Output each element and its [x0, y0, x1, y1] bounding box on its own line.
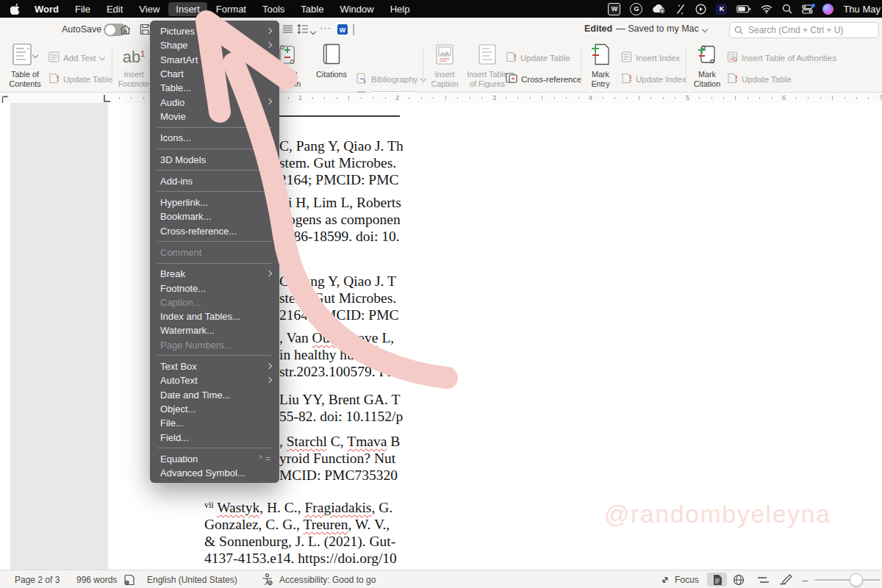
- menu-item-bookmark[interactable]: Bookmark...: [150, 209, 279, 223]
- control-center-icon[interactable]: [802, 4, 813, 14]
- ribbon-button-insert-index[interactable]: Insert Index: [621, 51, 680, 64]
- menu-separator: [157, 127, 272, 128]
- ribbon-button-table-of-contents[interactable]: Table of Contents: [4, 44, 46, 88]
- language-indicator[interactable]: English (United States): [147, 570, 237, 588]
- menu-item-equation[interactable]: Equation^ =: [150, 452, 279, 466]
- submenu-arrow-icon: [266, 98, 272, 104]
- menu-item-label: Caption...: [160, 297, 272, 308]
- menu-item-hyperlink[interactable]: Hyperlink...: [150, 196, 279, 209]
- search-field[interactable]: [729, 22, 879, 38]
- apple-menu-icon[interactable]: [9, 3, 26, 15]
- bluetooth-off-icon[interactable]: [675, 4, 686, 15]
- ruler-tick: [385, 97, 386, 100]
- svg-text:W: W: [340, 26, 346, 34]
- ribbon-button-bibliography[interactable]: Bibliography: [356, 73, 426, 85]
- insert-index-icon: [621, 51, 632, 64]
- menubar-item-format[interactable]: Format: [209, 2, 254, 16]
- search-input[interactable]: [747, 24, 874, 36]
- menu-item-break[interactable]: Break: [150, 267, 279, 281]
- menubar-item-insert[interactable]: Insert: [168, 2, 207, 16]
- menu-item-comment: Comment: [150, 245, 279, 259]
- menu-item-table[interactable]: Table...: [150, 81, 279, 95]
- ribbon-button-cross-reference[interactable]: Cross-reference: [506, 73, 581, 85]
- menu-item-3d-models[interactable]: 3D Models: [150, 152, 279, 166]
- wifi-icon[interactable]: [761, 4, 772, 13]
- menu-item-movie[interactable]: Movie: [150, 110, 279, 123]
- menubar-item-view[interactable]: View: [132, 2, 167, 16]
- battery-icon[interactable]: [736, 5, 751, 13]
- menubar-item-help[interactable]: Help: [383, 2, 417, 16]
- save-status[interactable]: Edited — Saved to my Mac: [584, 24, 707, 34]
- focus-button[interactable]: Focus: [675, 570, 699, 588]
- zoom-slider-knob[interactable]: [850, 573, 863, 587]
- ribbon-button-add-text[interactable]: Add Text: [49, 51, 104, 64]
- accessibility-icon[interactable]: [262, 570, 273, 588]
- ribbon-button-update-table-toa[interactable]: Update Table: [727, 73, 792, 85]
- menu-item-icons[interactable]: Icons...: [150, 131, 279, 145]
- menu-item-autotext[interactable]: AutoText: [150, 373, 279, 387]
- menubar-item-edit[interactable]: Edit: [99, 2, 130, 16]
- menu-item-file[interactable]: File...: [150, 416, 279, 430]
- more-commands-icon[interactable]: ···: [320, 22, 331, 33]
- siri-icon[interactable]: [822, 4, 833, 15]
- menu-item-advanced-symbol[interactable]: Advanced Symbol...: [150, 466, 279, 480]
- page-indicator[interactable]: Page 2 of 3: [15, 570, 60, 588]
- indent-marker[interactable]: [104, 95, 110, 102]
- menubar-item-table[interactable]: Table: [293, 2, 331, 16]
- spellcheck-icon[interactable]: [123, 570, 135, 588]
- outline-view-button[interactable]: [757, 570, 770, 588]
- ribbon-button-update-table-toc[interactable]: Update Table: [49, 73, 113, 85]
- keka-icon[interactable]: K: [716, 4, 727, 15]
- accessibility-status[interactable]: Accessibility: Good to go: [279, 570, 376, 588]
- word-count[interactable]: 996 words: [76, 570, 117, 588]
- ribbon-button-insert-caption[interactable]: Insert Caption: [426, 44, 463, 88]
- search-icon[interactable]: [782, 4, 792, 14]
- print-layout-view-button[interactable]: [707, 573, 727, 587]
- menu-item-audio[interactable]: Audio: [150, 95, 279, 109]
- ribbon-button-insert-table-of-authorities[interactable]: Insert Table of Authorities: [727, 51, 836, 64]
- zoom-slider-track[interactable]: [814, 579, 881, 581]
- ribbon-button-insert-table-of-figures[interactable]: Insert Table of Figures: [465, 44, 510, 88]
- menubar-item-tools[interactable]: Tools: [255, 2, 292, 16]
- ribbon-button-insert-footnote[interactable]: ab1 Insert Footnote: [115, 44, 152, 88]
- media-play-icon[interactable]: [695, 4, 706, 15]
- grammarly-icon[interactable]: G: [630, 3, 642, 15]
- draft-view-button[interactable]: [779, 570, 792, 588]
- doc-text-line: & Sonnenburg, J. L. (2021). Gut-: [204, 533, 397, 550]
- button-label: Update Table: [63, 75, 113, 84]
- menubar-item-file[interactable]: File: [68, 2, 98, 16]
- word-doc-icon[interactable]: W: [337, 24, 348, 38]
- menubar-item-word[interactable]: Word: [27, 2, 66, 16]
- menu-item-object[interactable]: Object...: [150, 402, 279, 416]
- ribbon-button-mark-citation[interactable]: Mark Citation: [689, 44, 725, 88]
- menu-item-footnote[interactable]: Footnote...: [150, 281, 279, 295]
- menu-item-shape[interactable]: Shape: [150, 38, 279, 52]
- menu-item-chart[interactable]: Chart: [150, 67, 279, 81]
- web-layout-view-button[interactable]: [733, 570, 745, 588]
- menubar-item-window[interactable]: Window: [332, 2, 381, 16]
- ribbon-button-update-table-captions[interactable]: Update Table: [506, 51, 570, 64]
- menu-item-field[interactable]: Field...: [150, 430, 279, 444]
- menu-item-cross-reference[interactable]: Cross-reference...: [150, 224, 279, 238]
- ribbon-button-mark-entry[interactable]: Mark Entry: [584, 44, 617, 88]
- menubar-status-area: W G K Thu May: [608, 0, 882, 18]
- menu-item-pictures[interactable]: Pictures: [150, 24, 279, 38]
- line-spacing-icon[interactable]: [297, 24, 309, 37]
- horizontal-ruler[interactable]: 1234567: [0, 93, 882, 104]
- chevron-down-icon[interactable]: [311, 24, 315, 37]
- reference-paragraph: Li H, Lim L, Robertstrogens as componen3…: [279, 194, 401, 262]
- menubar-clock[interactable]: Thu May: [843, 4, 881, 15]
- menu-item-watermark[interactable]: Watermark...: [150, 323, 279, 337]
- menu-item-add-ins[interactable]: Add-ins: [150, 174, 279, 188]
- home-icon[interactable]: [119, 24, 132, 39]
- zoom-out-button[interactable]: –: [802, 570, 808, 588]
- onedrive-offline-icon[interactable]: [652, 4, 666, 14]
- menu-item-text-box[interactable]: Text Box: [150, 359, 279, 373]
- ribbon-button-citations[interactable]: Citations: [312, 44, 351, 79]
- menu-item-index-and-tables[interactable]: Index and Tables...: [150, 309, 279, 323]
- justify-icon[interactable]: [282, 24, 293, 37]
- menu-item-smartart[interactable]: SmartArt: [150, 53, 279, 67]
- menu-item-date-and-time[interactable]: Date and Time...: [150, 388, 279, 402]
- ribbon-button-update-index[interactable]: Update Index: [621, 73, 686, 85]
- word-app-icon[interactable]: W: [608, 3, 620, 15]
